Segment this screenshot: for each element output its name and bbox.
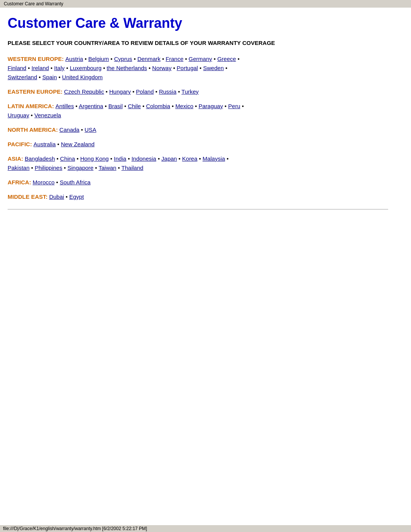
country-link-austria[interactable]: Austria [65,56,83,62]
country-link-australia[interactable]: Australia [33,141,56,147]
bullet-separator: • [65,65,70,71]
country-link-cyprus[interactable]: Cyprus [114,56,132,62]
country-link-norway[interactable]: Norway [152,65,172,71]
country-link-united-kingdom[interactable]: United Kingdom [62,74,103,80]
country-link-venezuela[interactable]: Venezuela [34,112,61,118]
country-link-thailand[interactable]: Thailand [121,165,143,171]
country-link-egypt[interactable]: Egypt [69,193,84,200]
country-link-china[interactable]: China [60,155,75,162]
country-link-belgium[interactable]: Belgium [88,56,109,62]
country-link-sweden[interactable]: Sweden [203,65,224,71]
page-title: Customer Care & Warranty [8,15,388,31]
country-link-singapore[interactable]: Singapore [67,165,93,171]
bullet-separator: • [80,126,85,133]
country-link-finland[interactable]: Finland [8,65,26,71]
country-link-paraguay[interactable]: Paraguay [199,103,223,109]
region-label-middle-east: MIDDLE EAST: [8,193,49,200]
country-link-uruguay[interactable]: Uruguay [8,112,29,118]
country-link-brasil[interactable]: Brasil [108,103,123,109]
bullet-separator: • [104,88,109,95]
bullet-separator: • [75,155,80,162]
bullet-separator: • [177,155,182,162]
country-link-france[interactable]: France [166,56,183,62]
bullet-separator: • [225,155,228,162]
country-link-ireland[interactable]: Ireland [32,65,49,71]
region-label-latin-america: LATIN AMERICA: [8,103,56,109]
region-label-asia: ASIA: [8,155,25,162]
bullet-separator: • [30,165,35,171]
bullet-separator: • [240,103,244,109]
country-link-canada[interactable]: Canada [59,126,80,133]
country-link-portugal[interactable]: Portugal [177,65,198,71]
country-link-spain[interactable]: Spain [42,74,57,80]
country-link-poland[interactable]: Poland [136,88,154,95]
country-link-dubai[interactable]: Dubai [49,193,64,200]
country-link-usa[interactable]: USA [84,126,96,133]
country-link-peru[interactable]: Peru [228,103,241,109]
bullet-separator: • [147,65,152,71]
country-link-indonesia[interactable]: Indonesia [131,155,156,162]
country-link-switzerland[interactable]: Switzerland [8,74,37,80]
country-link-hungary[interactable]: Hungary [109,88,131,95]
bullet-separator: • [193,103,199,109]
bullet-separator: • [94,165,99,171]
country-link-argentina[interactable]: Argentina [79,103,103,109]
country-link-philippines[interactable]: Philippines [35,165,62,171]
bullet-separator: • [170,103,175,109]
region-africa: AFRICA: Morocco • South Africa [8,178,388,187]
country-link-italy[interactable]: Italy [54,65,65,71]
bullet-separator: • [156,155,161,162]
region-latin-america: LATIN AMERICA: Antilles • Argentina • Br… [8,102,388,120]
bullet-separator: • [236,56,239,62]
bullet-separator: • [29,112,35,118]
bullet-separator: • [55,155,60,162]
country-link-mexico[interactable]: Mexico [175,103,194,109]
region-asia: ASIA: Bangladesh • China • Hong Kong • I… [8,154,388,173]
region-north-america: NORTH AMERICA: Canada • USA [8,125,388,134]
bullet-separator: • [224,65,227,71]
region-label-africa: AFRICA: [8,179,33,185]
bullet-separator: • [123,103,128,109]
bullet-separator: • [116,165,121,171]
country-link-antilles[interactable]: Antilles [56,103,74,109]
country-link-germany[interactable]: Germany [189,56,212,62]
subtitle: PLEASE SELECT YOUR COUNTRY/AREA TO REVIE… [8,39,388,47]
region-label-pacific: PACIFIC: [8,141,33,147]
country-link-colombia[interactable]: Colombia [146,103,170,109]
bullet-separator: • [74,103,79,109]
region-middle-east: MIDDLE EAST: Dubai • Egypt [8,192,388,201]
browser-tab: Customer Care and Warranty [0,0,411,8]
bullet-separator: • [57,74,62,80]
country-link-india[interactable]: India [114,155,126,162]
region-western-europe: WESTERN EUROPE: Austria • Belgium • Cypr… [8,54,388,82]
country-link-luxembourg[interactable]: Luxembourg [70,65,101,71]
country-link-malaysia[interactable]: Malaysia [202,155,225,162]
country-link-czech-republic[interactable]: Czech Republic [64,88,104,95]
country-link-japan[interactable]: Japan [161,155,177,162]
bullet-separator: • [176,88,181,95]
bullet-separator: • [212,56,217,62]
country-link-turkey[interactable]: Turkey [182,88,199,95]
country-link-morocco[interactable]: Morocco [33,179,55,185]
country-link-pakistan[interactable]: Pakistan [8,165,30,171]
bullet-separator: • [109,155,114,162]
country-link-the-netherlands[interactable]: the Netherlands [107,65,147,71]
country-link-russia[interactable]: Russia [159,88,177,95]
country-link-korea[interactable]: Korea [182,155,198,162]
bullet-separator: • [102,65,107,71]
country-link-bangladesh[interactable]: Bangladesh [25,155,55,162]
region-label-eastern-europe: EASTERN EUROPE: [8,88,64,95]
bullet-separator: • [126,155,132,162]
country-link-greece[interactable]: Greece [217,56,236,62]
country-link-denmark[interactable]: Denmark [137,56,161,62]
bullet-separator: • [49,65,54,71]
country-link-hong-kong[interactable]: Hong Kong [80,155,109,162]
region-label-north-america: NORTH AMERICA: [8,126,59,133]
bullet-separator: • [54,179,60,185]
country-link-south-africa[interactable]: South Africa [60,179,91,185]
country-link-chile[interactable]: Chile [128,103,141,109]
bullet-separator: • [26,65,32,71]
country-link-taiwan[interactable]: Taiwan [99,165,116,171]
bullet-separator: • [198,155,203,162]
country-link-new-zealand[interactable]: New Zealand [61,141,94,147]
